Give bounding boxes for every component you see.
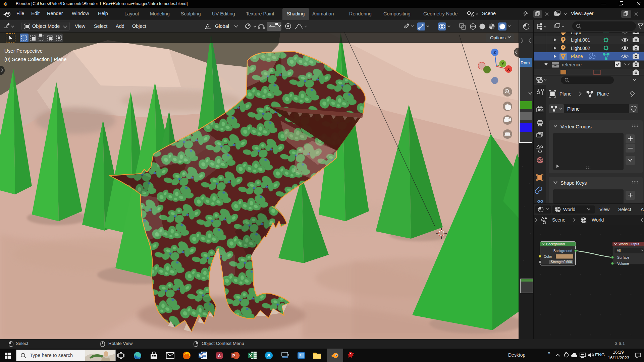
svg-text:Light: Light (571, 33, 581, 35)
svg-text:Light.002: Light.002 (571, 46, 590, 51)
svg-text:X: X (507, 67, 510, 72)
svg-text:Scene: Scene (552, 217, 566, 223)
svg-text:S: S (267, 353, 270, 358)
svg-text:Plane: Plane (567, 106, 580, 112)
svg-text:Surface: Surface (617, 255, 629, 259)
svg-text:World: World (563, 207, 575, 212)
svg-text:A: A (218, 353, 221, 358)
svg-text:0.600: 0.600 (564, 260, 572, 264)
svg-text:Options: Options (490, 35, 506, 40)
svg-text:All: All (617, 249, 621, 252)
svg-text:Color: Color (544, 254, 552, 258)
svg-text:Light.001: Light.001 (571, 37, 590, 43)
svg-text:reference: reference (562, 62, 582, 67)
svg-text:Ram: Ram (521, 60, 530, 65)
svg-text:Vertex Groups: Vertex Groups (560, 124, 592, 129)
svg-text:Volume: Volume (617, 261, 629, 265)
svg-text:X: X (249, 354, 252, 358)
svg-text:Shape Keys: Shape Keys (560, 180, 587, 186)
svg-text:View: View (599, 207, 610, 212)
svg-text:W: W (199, 353, 203, 358)
svg-text:Background: Background (546, 242, 565, 246)
svg-text:A: A (641, 207, 644, 212)
svg-text:P: P (232, 354, 235, 358)
svg-text:World: World (592, 217, 604, 223)
svg-text:Strength: Strength (551, 260, 564, 264)
svg-text:Select: Select (618, 207, 631, 212)
svg-text:User Perspective: User Perspective (4, 48, 43, 54)
svg-text:World Output: World Output (619, 242, 639, 246)
svg-text:Background: Background (553, 249, 572, 253)
svg-text:Plane: Plane (597, 91, 609, 97)
svg-text:(0) Scene Collection | Plane: (0) Scene Collection | Plane (4, 56, 67, 62)
svg-text:Z: Z (493, 50, 496, 55)
svg-text:Plane: Plane (571, 54, 583, 59)
svg-text:Plane: Plane (559, 91, 572, 97)
svg-text:Y: Y (501, 62, 504, 66)
